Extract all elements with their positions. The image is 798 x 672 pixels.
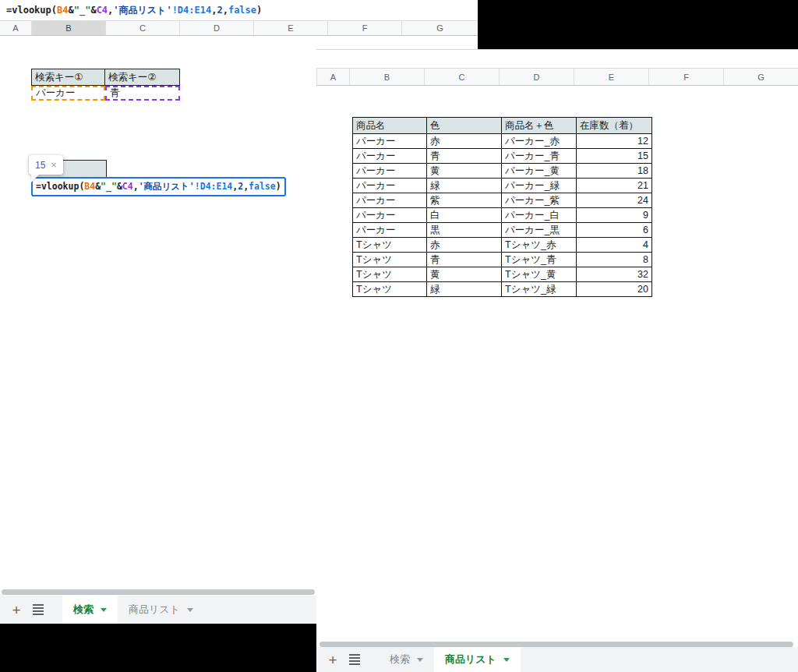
product-table-cell[interactable]: 15 [577, 149, 652, 164]
left-horizontal-scrollbar[interactable] [0, 589, 316, 596]
formula-bar[interactable]: =vlookup(B4&"_"&C4,'商品リスト'!D4:E14,2,fals… [0, 0, 478, 21]
product-table-header-cell[interactable]: 商品名 [353, 118, 427, 134]
sheet-tab-label: 検索 [73, 603, 94, 617]
product-table-cell[interactable]: パーカー [353, 164, 427, 179]
formula-token: B4 [57, 5, 68, 16]
chevron-down-icon[interactable] [417, 658, 423, 662]
search-key2-header-cell[interactable]: 検索キー② [105, 69, 180, 86]
product-table-cell[interactable]: 6 [577, 223, 652, 238]
product-table-cell[interactable]: Tシャツ [353, 238, 427, 253]
product-table-cell[interactable]: 青 [427, 149, 502, 164]
product-table-cell[interactable]: 赤 [427, 134, 502, 149]
product-table-cell[interactable]: 32 [577, 267, 652, 282]
cell-formula-editor[interactable]: =vlookup(B4&"_"&C4,'商品リスト'!D4:E14,2,fals… [31, 177, 286, 196]
product-table-cell[interactable]: パーカー_黄 [502, 164, 577, 179]
product-table-cell[interactable]: 緑 [427, 179, 502, 193]
search-key-value-row: パーカー 青 [31, 86, 180, 101]
column-header-G[interactable]: G [724, 69, 798, 85]
product-table-cell[interactable]: パーカー [353, 223, 427, 238]
scrollbar-handle[interactable] [2, 589, 315, 595]
chevron-down-icon[interactable] [187, 608, 193, 612]
product-table-cell[interactable]: パーカー [353, 179, 427, 193]
sheet-tab-検索[interactable]: 検索 [379, 647, 434, 672]
column-header-C[interactable]: C [425, 69, 500, 85]
chevron-down-icon[interactable] [101, 608, 107, 612]
formula-token: =vlookup( [36, 181, 84, 192]
product-table-cell[interactable]: 白 [427, 208, 502, 223]
table-row: パーカー黄パーカー_黄18 [353, 164, 652, 179]
right-sheet-tab-bar: + 検索商品リスト [316, 647, 798, 672]
product-table-cell[interactable]: 黒 [427, 223, 502, 238]
product-table-header-cell[interactable]: 在庫数（着） [577, 118, 652, 134]
formula-bar-text: =vlookup(B4&"_"&C4,'商品リスト'!D4:E14,2,fals… [6, 4, 262, 17]
tooltip-close-icon[interactable]: × [51, 159, 57, 171]
column-header-D[interactable]: D [500, 69, 574, 85]
search-key1-value-cell[interactable]: パーカー [31, 86, 105, 101]
search-key1-header-cell[interactable]: 検索キー① [31, 69, 105, 86]
column-header-F[interactable]: F [328, 21, 402, 35]
column-header-A[interactable]: A [316, 69, 350, 85]
all-sheets-menu-icon[interactable] [349, 654, 360, 665]
product-table-cell[interactable]: パーカー_黒 [502, 223, 577, 238]
add-sheet-button[interactable]: + [6, 603, 26, 617]
product-table-cell[interactable]: パーカー_赤 [502, 134, 577, 149]
product-table-cell[interactable]: 24 [577, 193, 652, 208]
sheet-tabs: 検索商品リスト [62, 596, 204, 624]
formula-token: '商品リスト' [139, 181, 195, 192]
search-key-header-row: 検索キー① 検索キー② [31, 69, 180, 86]
product-table-cell[interactable]: 9 [577, 208, 652, 223]
product-table-cell[interactable]: パーカー [353, 149, 427, 164]
column-header-C[interactable]: C [106, 21, 180, 35]
product-table-cell[interactable]: 12 [577, 134, 652, 149]
product-table-cell[interactable]: Tシャツ_黄 [502, 267, 577, 282]
product-table-cell[interactable]: Tシャツ_緑 [502, 282, 577, 297]
formula-token: !D4:E14 [195, 181, 232, 192]
product-table-cell[interactable]: パーカー_緑 [502, 179, 577, 193]
product-table-cell[interactable]: Tシャツ [353, 282, 427, 297]
product-table-cell[interactable]: パーカー_白 [502, 208, 577, 223]
formula-token: false [228, 5, 256, 16]
product-table-cell[interactable]: 黄 [427, 267, 502, 282]
formula-token: ) [256, 5, 262, 16]
sheet-tab-商品リスト[interactable]: 商品リスト [434, 647, 521, 672]
all-sheets-menu-icon[interactable] [33, 604, 44, 615]
formula-token: 2 [217, 5, 222, 16]
product-table-cell[interactable]: Tシャツ [353, 267, 427, 282]
product-table-cell[interactable]: 21 [577, 179, 652, 193]
column-header-G[interactable]: G [402, 21, 478, 35]
column-header-F[interactable]: F [649, 69, 724, 85]
product-table-cell[interactable]: 黄 [427, 164, 502, 179]
product-table-cell[interactable]: パーカー_紫 [502, 193, 577, 208]
sheet-tab-商品リスト[interactable]: 商品リスト [118, 596, 204, 624]
column-header-B[interactable]: B [350, 69, 425, 85]
product-table-cell[interactable]: 4 [577, 238, 652, 253]
scrollbar-handle[interactable] [320, 642, 793, 647]
add-sheet-button[interactable]: + [323, 653, 343, 667]
column-header-D[interactable]: D [180, 21, 254, 35]
product-table-cell[interactable]: 20 [577, 282, 652, 297]
product-table-cell[interactable]: 赤 [427, 238, 502, 253]
product-table-cell[interactable]: Tシャツ_赤 [502, 238, 577, 253]
product-table-cell[interactable]: 緑 [427, 282, 502, 297]
product-table-header-cell[interactable]: 色 [427, 118, 502, 134]
table-row: Tシャツ赤Tシャツ_赤4 [353, 238, 652, 253]
tab-bar-icons: + [0, 596, 56, 624]
product-table-cell[interactable]: パーカー [353, 134, 427, 149]
product-table-cell[interactable]: 紫 [427, 193, 502, 208]
sheet-tab-検索[interactable]: 検索 [62, 596, 118, 624]
column-header-A[interactable]: A [0, 21, 32, 35]
product-table-cell[interactable]: パーカー [353, 208, 427, 223]
product-table-cell[interactable]: Tシャツ [353, 253, 427, 267]
product-table-cell[interactable]: 青 [427, 253, 502, 267]
product-table-cell[interactable]: パーカー_青 [502, 149, 577, 164]
product-table-cell[interactable]: Tシャツ_青 [502, 253, 577, 267]
chevron-down-icon[interactable] [503, 658, 510, 662]
search-key2-value-cell[interactable]: 青 [105, 86, 180, 101]
product-table-header-cell[interactable]: 商品名＋色 [502, 118, 577, 134]
product-table-cell[interactable]: パーカー [353, 193, 427, 208]
product-table-cell[interactable]: 8 [577, 253, 652, 267]
column-header-E[interactable]: E [254, 21, 328, 35]
column-header-B[interactable]: B [32, 21, 106, 35]
product-table-cell[interactable]: 18 [577, 164, 652, 179]
column-header-E[interactable]: E [574, 69, 649, 85]
